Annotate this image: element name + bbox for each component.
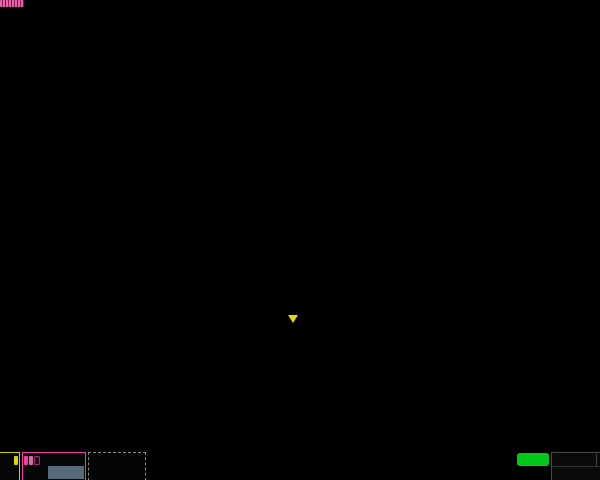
- timebase-value: [552, 467, 600, 480]
- time-axis: [0, 324, 600, 339]
- timebase-title: [552, 453, 600, 467]
- add-trace-button[interactable]: [88, 452, 146, 480]
- measure-table: [0, 340, 600, 428]
- timebase-descriptor[interactable]: [551, 452, 600, 480]
- c2-coupling-badge: [34, 456, 40, 465]
- truncated-overlay-fragment: [0, 0, 24, 7]
- hd-mode-badge: [517, 453, 549, 466]
- c2-esp-badge: [29, 456, 33, 465]
- c1-coupling-badge: [14, 456, 18, 465]
- c1-volts-per-div: [0, 466, 19, 479]
- c2-label-badge: [24, 456, 28, 465]
- oscilloscope-screen: [0, 0, 600, 480]
- waveform-grid: [0, 0, 600, 324]
- channel-descriptor-c1[interactable]: [0, 452, 20, 480]
- c2-volts-per-div: [48, 466, 84, 479]
- trigger-position-marker[interactable]: [285, 315, 301, 325]
- channel-descriptor-c2[interactable]: [22, 452, 86, 480]
- parameter-histicons: [0, 430, 300, 452]
- timebase-separator: [596, 454, 597, 466]
